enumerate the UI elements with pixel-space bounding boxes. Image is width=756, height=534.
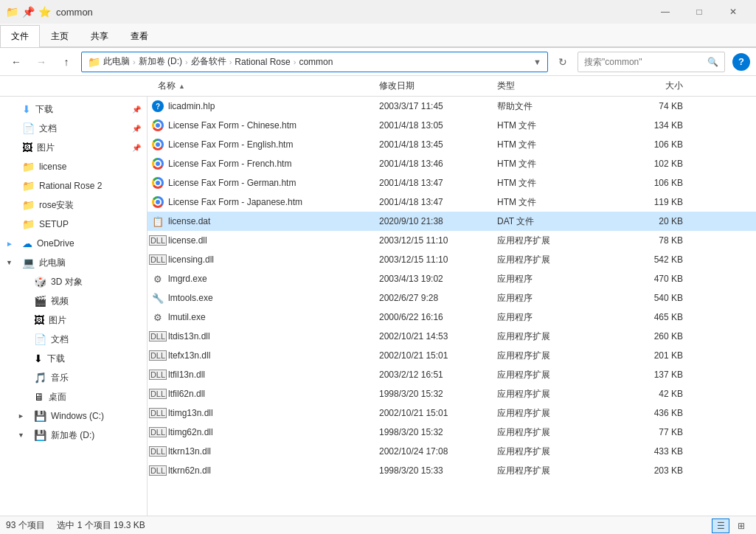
col-header-date[interactable]: 修改日期 — [376, 80, 494, 92]
maximize-button[interactable]: □ — [682, 0, 716, 24]
sidebar-item-desktop[interactable]: 🖥 桌面 — [0, 387, 147, 406]
table-row[interactable]: DLL ltimg13n.dll 2002/10/21 15:01 应用程序扩展… — [148, 403, 756, 423]
col-header-type[interactable]: 类型 — [494, 80, 612, 92]
file-date: 2001/4/18 13:47 — [379, 178, 497, 188]
table-row[interactable]: 📋 license.dat 2020/9/10 21:38 DAT 文件 20 … — [148, 212, 756, 231]
file-type: 应用程序扩展 — [497, 235, 615, 247]
file-type: 应用程序扩展 — [497, 330, 615, 343]
sidebar-item-downloads[interactable]: ⬇ 下载 📌 — [0, 100, 147, 119]
file-name: lmgrd.exe — [165, 274, 379, 284]
chrome-file-icon — [152, 119, 164, 131]
file-date: 2001/4/18 13:47 — [379, 197, 497, 207]
table-row[interactable]: DLL ltimg62n.dll 1998/3/20 15:32 应用程序扩展 … — [148, 423, 756, 442]
table-row[interactable]: License Fax Form - English.htm 2001/4/18… — [148, 135, 756, 154]
details-view-button[interactable]: ☰ — [712, 519, 729, 533]
sidebar-item-documents[interactable]: 📄 文档 📌 — [0, 119, 147, 138]
file-icon: 📋 — [150, 214, 165, 229]
sidebar-item-videos[interactable]: 🎬 视频 — [0, 291, 147, 311]
tab-share[interactable]: 共享 — [80, 25, 119, 47]
forward-button[interactable]: → — [31, 52, 52, 72]
file-type: 帮助文件 — [497, 100, 615, 113]
statusbar-info: 93 个项目 选中 1 个项目 19.3 KB — [6, 519, 145, 532]
file-type: 应用程序扩展 — [497, 445, 615, 458]
pin-icon: 📌 — [22, 6, 34, 18]
expand-icon[interactable]: ► — [6, 240, 18, 248]
table-row[interactable]: DLL ltkrn62n.dll 1998/3/20 15:33 应用程序扩展 … — [148, 461, 756, 480]
addressbar: ← → ↑ 📁 此电脑 › 新加卷 (D:) › 必备软件 › Rational… — [0, 48, 756, 76]
tab-home[interactable]: 主页 — [40, 25, 80, 47]
search-box[interactable]: 🔍 — [578, 52, 725, 72]
path-rational-rose[interactable]: Rational Rose — [235, 57, 290, 67]
col-header-size[interactable]: 大小 — [612, 80, 686, 92]
tiles-view-button[interactable]: ⊞ — [732, 519, 750, 533]
path-thispc[interactable]: 此电脑 — [103, 55, 130, 68]
table-row[interactable]: License Fax Form - German.htm 2001/4/18 … — [148, 173, 756, 193]
table-row[interactable]: ⚙ lmgrd.exe 2003/4/13 19:02 应用程序 470 KB — [148, 269, 756, 288]
sidebar-item-setup[interactable]: 📁 SETUP — [0, 215, 147, 234]
sidebar-item-music[interactable]: 🎵 音乐 — [0, 368, 147, 387]
table-row[interactable]: License Fax Form - Chinese.htm 2001/4/18… — [148, 116, 756, 135]
file-icon: DLL — [150, 252, 165, 267]
pin-icon: 📌 — [132, 105, 141, 114]
dll-file-icon: DLL — [149, 370, 167, 380]
col-header-name[interactable]: 名称 ▲ — [155, 80, 376, 92]
address-dropdown-icon[interactable]: ▼ — [533, 58, 541, 66]
sidebar-item-documents2[interactable]: 📄 文档 — [0, 330, 147, 349]
titlebar-icon-group: 📁 📌 ⭐ — [6, 6, 50, 18]
table-row[interactable]: License Fax Form - French.htm 2001/4/18 … — [148, 154, 756, 173]
sidebar-item-windows-c[interactable]: ► 💾 Windows (C:) — [0, 406, 147, 426]
back-button[interactable]: ← — [6, 52, 27, 72]
table-row[interactable]: License Fax Form - Japanese.htm 2001/4/1… — [148, 193, 756, 212]
file-size: 203 KB — [615, 465, 689, 476]
file-type: HTM 文件 — [497, 177, 615, 190]
address-box[interactable]: 📁 此电脑 › 新加卷 (D:) › 必备软件 › Rational Rose … — [81, 52, 548, 72]
refresh-button[interactable]: ↻ — [552, 52, 573, 72]
expand-c[interactable]: ► — [18, 412, 30, 420]
table-row[interactable]: DLL ltefx13n.dll 2002/10/21 15:01 应用程序扩展… — [148, 346, 756, 365]
sidebar-item-rose-install[interactable]: 📁 rose安装 — [0, 195, 147, 215]
window-title: common — [56, 7, 93, 18]
file-size: 119 KB — [615, 197, 689, 207]
close-button[interactable]: ✕ — [716, 0, 750, 24]
table-row[interactable]: DLL ltfil13n.dll 2003/2/12 16:51 应用程序扩展 … — [148, 365, 756, 384]
documents-icon: 📄 — [22, 122, 35, 134]
sidebar-item-thispc[interactable]: ▼ 💻 此电脑 — [0, 253, 147, 272]
minimize-button[interactable]: — — [648, 0, 682, 24]
search-input[interactable] — [584, 57, 703, 67]
table-row[interactable]: DLL ltdis13n.dll 2002/10/21 14:53 应用程序扩展… — [148, 327, 756, 346]
path-d[interactable]: 新加卷 (D:) — [139, 55, 182, 68]
main-area: ⬇ 下载 📌 📄 文档 📌 🖼 图片 📌 📁 license 📁 Rationa… — [0, 97, 756, 516]
path-software[interactable]: 必备软件 — [191, 55, 226, 68]
tab-file[interactable]: 文件 — [0, 25, 40, 47]
help-button[interactable]: ? — [732, 53, 750, 71]
dll-file-icon: DLL — [149, 331, 167, 341]
sidebar-item-downloads2[interactable]: ⬇ 下载 — [0, 349, 147, 368]
sidebar-item-pictures[interactable]: 🖼 图片 📌 — [0, 138, 147, 157]
sidebar-item-new-volume-d[interactable]: ▼ 💾 新加卷 (D:) — [0, 426, 147, 445]
table-row[interactable]: DLL ltkrn13n.dll 2002/10/24 17:08 应用程序扩展… — [148, 442, 756, 461]
file-date: 2002/10/21 15:01 — [379, 350, 497, 361]
table-row[interactable]: DLL licensing.dll 2003/12/15 11:10 应用程序扩… — [148, 250, 756, 269]
sidebar-item-3dobjects[interactable]: 🎲 3D 对象 — [0, 272, 147, 291]
file-size: 106 KB — [615, 139, 689, 150]
thispc-expand-icon[interactable]: ▼ — [6, 259, 18, 266]
tab-view[interactable]: 查看 — [119, 25, 159, 47]
file-type: 应用程序扩展 — [497, 407, 615, 420]
expand-d[interactable]: ▼ — [18, 431, 30, 439]
table-row[interactable]: 🔧 lmtools.exe 2002/6/27 9:28 应用程序 540 KB — [148, 288, 756, 308]
sidebar-item-onedrive[interactable]: ► ☁ OneDrive — [0, 234, 147, 253]
file-name: license.dat — [165, 216, 379, 226]
path-common[interactable]: common — [299, 57, 333, 67]
rose-folder-icon: 📁 — [22, 199, 35, 211]
table-row[interactable]: ? licadmin.hlp 2003/3/17 11:45 帮助文件 74 K… — [148, 97, 756, 116]
sidebar-item-rational-rose[interactable]: 📁 Rational Rose 2 — [0, 176, 147, 195]
sidebar-item-pictures2[interactable]: 🖼 图片 — [0, 311, 147, 330]
table-row[interactable]: DLL license.dll 2003/12/15 11:10 应用程序扩展 … — [148, 231, 756, 250]
table-row[interactable]: DLL ltfil62n.dll 1998/3/20 15:32 应用程序扩展 … — [148, 384, 756, 403]
table-row[interactable]: ⚙ lmutil.exe 2000/6/22 16:16 应用程序 465 KB — [148, 308, 756, 327]
sidebar-item-license[interactable]: 📁 license — [0, 157, 147, 176]
file-type: HTM 文件 — [497, 139, 615, 151]
ribbon: 文件 主页 共享 查看 — [0, 24, 756, 48]
up-button[interactable]: ↑ — [56, 52, 77, 72]
folder-icon: 📁 — [6, 6, 18, 18]
